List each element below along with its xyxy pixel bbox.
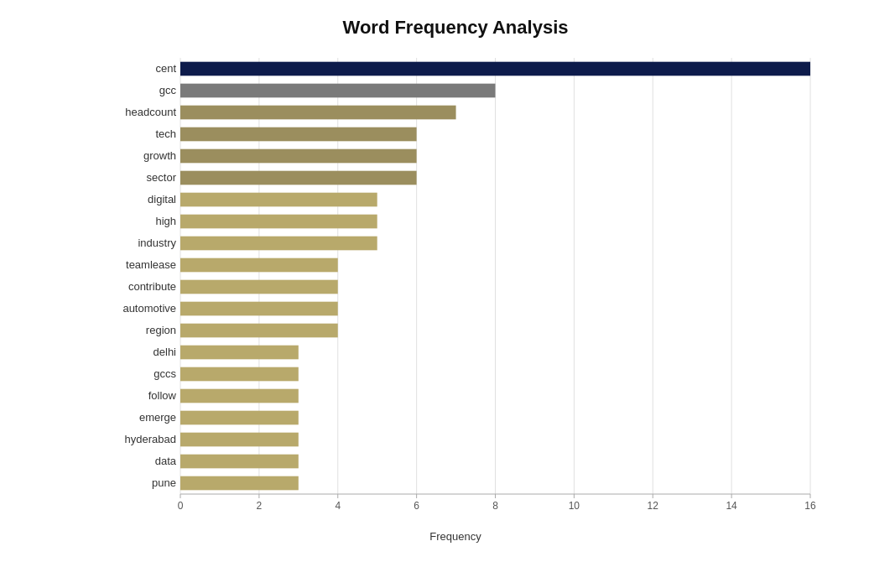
svg-text:region: region	[146, 324, 176, 336]
svg-text:10: 10	[569, 500, 580, 512]
svg-rect-28	[180, 258, 338, 273]
svg-text:growth: growth	[143, 149, 176, 162]
chart-title: Word Frequency Analysis	[92, 17, 819, 39]
svg-text:high: high	[155, 215, 176, 227]
svg-text:8: 8	[492, 500, 498, 512]
svg-text:contribute: contribute	[128, 280, 176, 293]
svg-rect-14	[180, 106, 456, 120]
svg-text:digital: digital	[148, 193, 176, 206]
svg-text:tech: tech	[155, 127, 176, 140]
svg-rect-34	[180, 324, 338, 338]
chart-svg: centgccheadcounttechgrowthsectordigitalh…	[92, 54, 819, 523]
svg-rect-48	[180, 476, 299, 491]
svg-text:pune: pune	[152, 476, 176, 489]
svg-rect-42	[180, 411, 299, 425]
svg-text:data: data	[155, 455, 177, 467]
svg-rect-32	[180, 302, 338, 316]
svg-text:gcc: gcc	[159, 84, 177, 96]
svg-text:sector: sector	[147, 171, 177, 184]
svg-rect-36	[180, 346, 299, 360]
x-axis-label: Frequency	[92, 530, 819, 543]
svg-text:6: 6	[414, 500, 419, 512]
svg-rect-16	[180, 127, 417, 142]
svg-rect-26	[180, 237, 377, 251]
svg-rect-10	[180, 62, 810, 76]
chart-area: centgccheadcounttechgrowthsectordigitalh…	[92, 54, 819, 532]
svg-text:4: 4	[335, 500, 341, 512]
svg-text:headcount: headcount	[125, 106, 176, 118]
svg-text:emerge: emerge	[139, 411, 176, 424]
svg-rect-20	[180, 171, 417, 185]
svg-rect-22	[180, 193, 377, 207]
svg-rect-38	[180, 367, 299, 382]
svg-text:2: 2	[257, 500, 263, 512]
svg-text:14: 14	[726, 500, 737, 512]
svg-rect-18	[180, 149, 417, 164]
svg-rect-24	[180, 215, 377, 229]
chart-container: Word Frequency Analysis centgccheadcount…	[0, 0, 869, 588]
svg-text:0: 0	[178, 500, 184, 512]
svg-text:industry: industry	[138, 237, 176, 249]
svg-rect-40	[180, 389, 299, 403]
svg-rect-30	[180, 280, 338, 294]
svg-text:gccs: gccs	[154, 367, 176, 380]
svg-text:follow: follow	[148, 389, 177, 402]
svg-rect-46	[180, 455, 299, 469]
svg-text:cent: cent	[155, 62, 176, 75]
svg-text:16: 16	[804, 500, 816, 512]
svg-text:automotive: automotive	[122, 302, 176, 315]
svg-text:12: 12	[648, 500, 659, 512]
svg-text:teamlease: teamlease	[126, 258, 176, 271]
svg-rect-44	[180, 433, 299, 447]
svg-text:delhi: delhi	[154, 346, 177, 358]
svg-rect-12	[180, 84, 496, 98]
svg-text:hyderabad: hyderabad	[125, 433, 176, 445]
